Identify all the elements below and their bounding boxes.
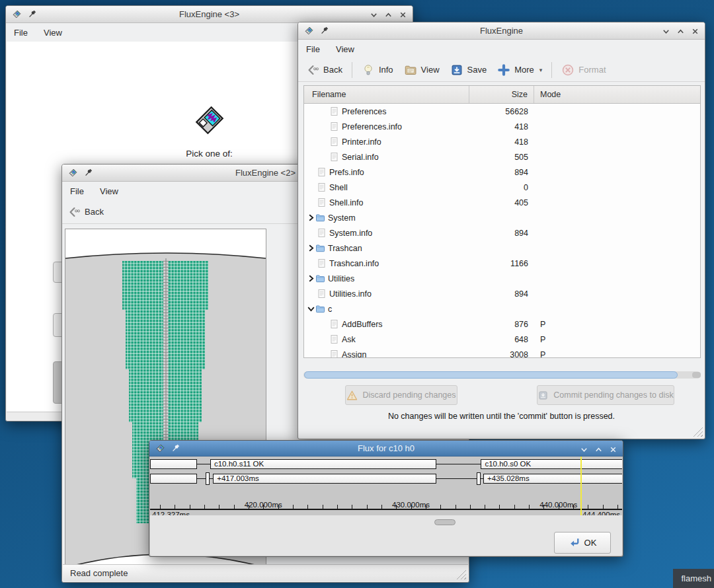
filename-text: Preferences xyxy=(342,107,386,116)
toolbar: Back Info View Save More ▾ Format xyxy=(298,58,705,82)
filename-text: Preferences.info xyxy=(342,122,402,131)
maximize-icon[interactable] xyxy=(676,27,685,36)
folder-row[interactable]: c xyxy=(304,301,700,316)
flux-scrollbar-thumb[interactable] xyxy=(434,519,456,525)
axis-minor-tick xyxy=(426,505,426,509)
filename-text: Utilities.info xyxy=(329,289,372,299)
maximize-icon[interactable] xyxy=(594,445,603,454)
close-icon[interactable] xyxy=(609,445,617,454)
axis-minor-tick xyxy=(367,505,368,509)
axis-minor-tick xyxy=(190,505,190,509)
filename-text: Serial.info xyxy=(342,153,379,162)
menu-file[interactable]: File xyxy=(298,42,328,57)
record-box[interactable] xyxy=(150,474,197,484)
sector-box[interactable]: c10.h0.s11 OK xyxy=(210,459,436,469)
expand-expander-icon[interactable] xyxy=(307,274,315,283)
folder-row[interactable]: Trashcan xyxy=(304,240,700,256)
size-cell: 56628 xyxy=(469,107,534,116)
column-header-mode[interactable]: Mode xyxy=(534,86,700,103)
sector-box[interactable]: c10.h0.s0 OK xyxy=(481,459,622,469)
menu-view[interactable]: View xyxy=(36,25,70,40)
file-row[interactable]: Serial.info505 xyxy=(304,149,700,165)
record-box[interactable]: +435.028ms xyxy=(483,474,622,484)
file-row[interactable]: Ask648P xyxy=(304,332,700,347)
file-row[interactable]: Shell0 xyxy=(304,180,700,195)
file-row[interactable]: Prefs.info894 xyxy=(304,165,700,180)
sector-box[interactable] xyxy=(150,459,197,469)
axis-minor-tick xyxy=(529,505,530,509)
horizontal-scrollbar[interactable] xyxy=(303,371,701,379)
menu-file[interactable]: File xyxy=(6,25,36,40)
save-button[interactable]: Save xyxy=(445,60,493,80)
file-icon xyxy=(329,334,339,344)
axis-minor-tick xyxy=(617,505,618,509)
menu-view[interactable]: View xyxy=(92,184,126,199)
view-button[interactable]: View xyxy=(399,60,445,80)
titlebar[interactable]: FluxEngine xyxy=(298,22,705,40)
filename-cell: Preferences.info xyxy=(304,122,469,131)
pin-icon[interactable] xyxy=(84,168,93,177)
back-button[interactable]: Back xyxy=(301,60,348,80)
filename-text: Trashcan.info xyxy=(329,259,379,268)
maximize-icon[interactable] xyxy=(384,11,393,19)
filename-text: AddBuffers xyxy=(342,320,383,329)
back-button[interactable]: Back xyxy=(62,202,109,222)
info-button[interactable]: Info xyxy=(356,60,399,80)
filename-cell: Utilities xyxy=(304,274,469,283)
resize-grip[interactable] xyxy=(456,570,466,579)
titlebar[interactable]: Flux for c10 h0 xyxy=(149,441,623,457)
collapse-expander-icon[interactable] xyxy=(307,305,315,313)
minimize-icon[interactable] xyxy=(370,11,378,19)
filename-cell: Utilities.info xyxy=(304,289,469,299)
minimize-icon[interactable] xyxy=(580,445,588,454)
expand-expander-icon[interactable] xyxy=(307,244,315,252)
plus-icon xyxy=(497,63,510,77)
record-box[interactable]: +417.003ms xyxy=(213,474,436,484)
pin-icon[interactable] xyxy=(171,444,180,453)
file-row[interactable]: Utilities.info894 xyxy=(304,286,700,301)
fluxengine-app-icon xyxy=(303,25,315,36)
table-header[interactable]: Filename Size Mode xyxy=(304,86,700,104)
folder-row[interactable]: Utilities xyxy=(304,271,700,286)
file-row[interactable]: Printer.info418 xyxy=(304,134,700,149)
file-row[interactable]: AddBuffers876P xyxy=(304,316,700,332)
filename-text: Printer.info xyxy=(342,137,381,147)
pin-icon[interactable] xyxy=(320,26,329,35)
format-disabled-icon xyxy=(561,63,575,77)
file-row[interactable]: Assign3008P xyxy=(304,347,700,357)
column-header-filename[interactable]: Filename xyxy=(304,86,469,103)
resize-grip[interactable] xyxy=(693,427,703,437)
axis-minor-tick xyxy=(323,505,323,509)
ok-button[interactable]: OK xyxy=(554,532,611,554)
titlebar[interactable]: FluxEngine <3> xyxy=(6,6,413,23)
back-icon xyxy=(306,63,319,77)
expand-expander-icon[interactable] xyxy=(307,213,315,222)
filename-cell: Prefs.info xyxy=(304,167,469,177)
minimize-icon[interactable] xyxy=(662,27,670,36)
filename-text: Assign xyxy=(342,350,367,358)
scrollbar-thumb[interactable] xyxy=(304,371,678,379)
file-row[interactable]: Preferences.info418 xyxy=(304,119,700,134)
more-button[interactable]: More ▾ xyxy=(492,60,547,80)
folder-row[interactable]: System xyxy=(304,210,700,225)
pin-icon[interactable] xyxy=(28,10,36,18)
file-row[interactable]: Trashcan.info1166 xyxy=(304,256,700,271)
filename-cell: System.info xyxy=(304,228,469,238)
close-icon[interactable] xyxy=(691,27,699,36)
file-icon xyxy=(329,122,339,131)
mode-cell: P xyxy=(534,350,700,358)
file-row[interactable]: System.info894 xyxy=(304,225,700,240)
filename-text: System.info xyxy=(329,229,372,238)
file-icon xyxy=(329,319,339,329)
filename-cell: Trashcan.info xyxy=(304,258,469,268)
menu-view[interactable]: View xyxy=(328,42,362,57)
file-row[interactable]: Preferences56628 xyxy=(304,104,700,119)
mode-cell: P xyxy=(534,335,700,344)
filename-text: Shell xyxy=(329,183,348,192)
column-header-size[interactable]: Size xyxy=(469,86,534,103)
menu-file[interactable]: File xyxy=(62,184,92,199)
file-row[interactable]: Shell.info405 xyxy=(304,195,700,210)
close-icon[interactable] xyxy=(399,11,407,19)
overflow-app-label[interactable]: flamesh xyxy=(673,569,714,588)
folder-document-icon xyxy=(404,63,417,77)
